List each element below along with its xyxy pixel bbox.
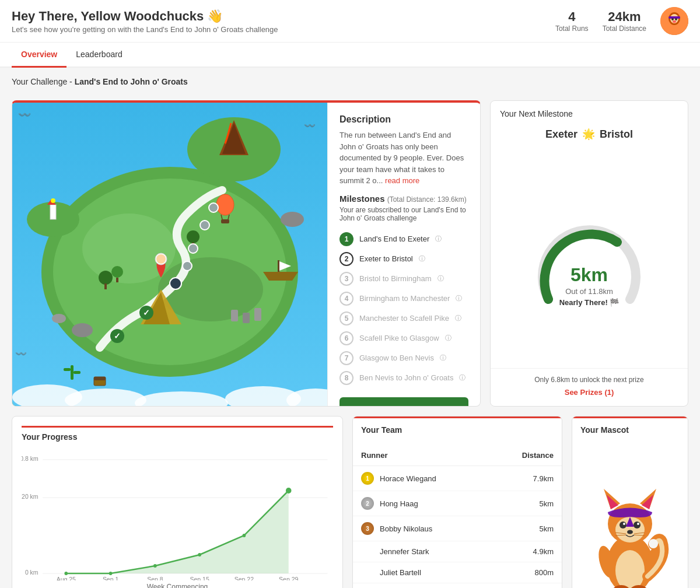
map-area: 〰️ 〰️ 〰️ <box>12 103 327 406</box>
nav-tabs: Overview Leaderboard <box>0 43 700 68</box>
team-title: Your Team <box>361 425 554 438</box>
table-row: Juliet Bartell 800m <box>353 562 562 583</box>
milestone-info-icon[interactable]: ⓘ <box>445 334 452 342</box>
next-milestone-title: Your Next Milestone <box>491 101 688 118</box>
milestone-number: 5 <box>340 312 354 326</box>
svg-point-36 <box>281 212 304 227</box>
svg-point-89 <box>623 523 625 525</box>
runner-cell: 2 Hong Haag <box>361 497 484 510</box>
runner-name: Jennefer Stark <box>380 547 429 556</box>
milestone-item: 6 Scafell Pike to Glasgow ⓘ <box>340 328 468 348</box>
svg-point-5 <box>675 18 677 20</box>
runner-cell: Jennefer Stark <box>361 547 484 556</box>
avatar[interactable] <box>660 7 688 35</box>
milestone-info-icon[interactable]: ⓘ <box>419 254 425 263</box>
milestone-info-icon[interactable]: ⓘ <box>438 274 444 283</box>
read-more-link[interactable]: read more <box>385 176 419 185</box>
svg-point-69 <box>198 553 201 556</box>
milestone-out-of: Out of 11.8km <box>559 287 620 296</box>
milestones-distance: (Total Distance: 139.6km) <box>387 195 467 204</box>
svg-point-50 <box>183 261 192 271</box>
log-run-button[interactable]: Log Run <box>340 397 468 407</box>
runner-cell: Juliet Bartell <box>361 568 484 577</box>
milestone-info-icon[interactable]: ⓘ <box>440 354 446 362</box>
svg-point-100 <box>649 539 658 548</box>
svg-point-71 <box>286 488 292 494</box>
svg-rect-41 <box>64 368 71 371</box>
milestone-item: 7 Glasgow to Ben Nevis ⓘ <box>340 348 468 368</box>
total-distance-stat: 24km Total Distance <box>603 9 646 33</box>
runner-cell: 1 Horace Wiegand <box>361 472 484 485</box>
runner-cell: 3 Bobby Nikolaus <box>361 522 484 535</box>
runner-distance: 5km <box>492 491 562 516</box>
progress-title: Your Progress <box>22 426 333 445</box>
progress-card: Your Progress 30.8 km 20 km 0 km <box>12 416 343 588</box>
team-card: Your Team Runner Distance 1 Horace Wiega… <box>352 416 562 588</box>
challenge-card: 〰️ 〰️ 〰️ <box>12 100 481 407</box>
tab-overview[interactable]: Overview <box>12 43 66 68</box>
milestone-item: 1 Land's End to Exeter ⓘ <box>340 229 468 249</box>
svg-text:0 km: 0 km <box>25 569 38 576</box>
svg-text:Sep 15: Sep 15 <box>190 576 209 580</box>
runner-name: Bobby Nikolaus <box>380 524 432 533</box>
milestone-info-icon[interactable]: ⓘ <box>456 294 462 303</box>
table-row: Loren Breitenberg 400m <box>353 583 562 589</box>
bottom-row: Your Progress 30.8 km 20 km 0 km <box>12 416 688 588</box>
milestone-info-icon[interactable]: ⓘ <box>459 373 466 382</box>
svg-point-17 <box>51 198 55 203</box>
svg-text:Sep 29: Sep 29 <box>279 576 298 580</box>
subtitle: Let's see how you're getting on with the… <box>12 25 278 34</box>
milestone-item: 8 Ben Nevis to John o' Groats ⓘ <box>340 368 468 388</box>
description-title: Description <box>340 114 468 125</box>
svg-rect-28 <box>221 219 229 223</box>
svg-rect-39 <box>94 377 106 380</box>
milestone-text: Scafell Pike to Glasgow <box>359 334 439 342</box>
svg-point-90 <box>637 523 639 525</box>
milestone-text: Land's End to Exeter <box>359 235 429 243</box>
svg-rect-40 <box>71 365 74 380</box>
runner-name: Horace Wiegand <box>380 474 436 483</box>
runner-name-cell: 1 Horace Wiegand <box>353 466 492 491</box>
milestone-text: Glasgow to Ben Nevis <box>359 354 434 362</box>
svg-text:✓: ✓ <box>114 331 121 341</box>
svg-rect-30 <box>104 284 107 289</box>
table-row: 1 Horace Wiegand 7.9km <box>353 466 562 491</box>
svg-rect-20 <box>231 310 238 321</box>
chart-x-label: Week Commencing <box>22 583 333 588</box>
runner-distance: 7.9km <box>492 466 562 491</box>
challenge-section-title: Your Challenge - Land's End to John o' G… <box>12 77 688 86</box>
total-runs-label: Total Runs <box>555 24 589 33</box>
next-milestone-card: Your Next Milestone Exeter 🌟 Bristol 5km… <box>490 100 688 407</box>
milestone-gauge: 5km Out of 11.8km Nearly There! 🏁 <box>491 150 688 368</box>
svg-point-4 <box>671 18 674 20</box>
milestone-prize-text: Only 6.8km to unlock the next prize <box>500 376 678 384</box>
milestone-number: 6 <box>340 331 354 345</box>
milestone-info-icon[interactable]: ⓘ <box>455 314 461 323</box>
medal-bronze: 3 <box>361 522 374 535</box>
svg-point-44 <box>156 254 166 264</box>
chart-area: 30.8 km 20 km 0 km <box>22 452 333 580</box>
tab-leaderboard[interactable]: Leaderboard <box>66 43 131 68</box>
milestone-info-icon[interactable]: ⓘ <box>435 235 442 243</box>
svg-point-35 <box>72 323 93 337</box>
svg-point-70 <box>243 534 246 537</box>
runner-name: Hong Haag <box>380 499 418 508</box>
milestones-title: Milestones (Total Distance: 139.6km) <box>340 194 468 204</box>
header-right: 4 Total Runs 24km Total Distance <box>555 7 688 35</box>
mascot-card: Your Mascot <box>572 416 688 588</box>
svg-point-37 <box>52 314 66 323</box>
see-prizes-link[interactable]: See Prizes (1) <box>565 388 614 397</box>
milestone-list: 1 Land's End to Exeter ⓘ 2 Exeter to Bri… <box>340 229 468 388</box>
svg-point-67 <box>109 572 113 575</box>
svg-rect-32 <box>116 278 118 282</box>
milestone-text: Manchester to Scafell Pike <box>359 314 449 323</box>
milestone-km: 5km <box>559 264 620 286</box>
svg-text:Aug 25: Aug 25 <box>57 576 76 580</box>
svg-point-68 <box>153 564 157 568</box>
milestone-item: 5 Manchester to Scafell Pike ⓘ <box>340 309 468 328</box>
svg-rect-21 <box>243 313 250 323</box>
challenge-name: Land's End to John o' Groats <box>75 77 188 86</box>
total-distance-label: Total Distance <box>603 24 646 33</box>
svg-text:Sep 1: Sep 1 <box>103 576 118 580</box>
table-row: 3 Bobby Nikolaus 5km <box>353 516 562 541</box>
